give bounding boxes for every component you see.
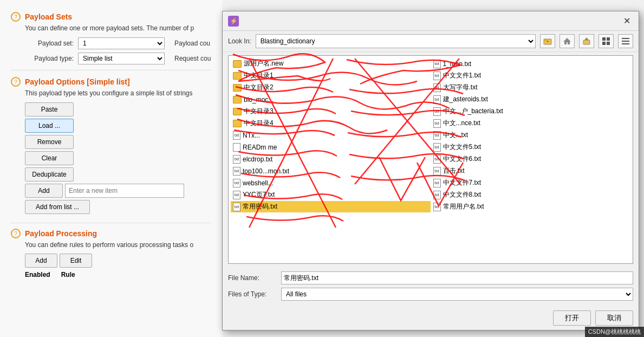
file-icon: txt [433, 131, 441, 140]
paste-button[interactable]: Paste [25, 102, 74, 116]
file-icon: txt [433, 83, 441, 92]
payload-set-row: Payload set: 1 Payload cou [25, 37, 211, 49]
file-icon: txt [433, 203, 441, 211]
list-item[interactable]: txt 中文文件5.txt [431, 141, 631, 153]
remove-button[interactable]: Remove [25, 135, 74, 149]
look-in-select[interactable]: Blasting_dictionary [256, 34, 536, 48]
ok-button[interactable]: 打开 [553, 310, 591, 326]
section1-number: ? [11, 12, 21, 22]
home-icon-btn[interactable] [560, 34, 575, 48]
file-icon: txt [433, 60, 441, 68]
list-item[interactable]: txt 中文文件6.txt [431, 153, 631, 165]
list-item[interactable]: 中文目录1 [231, 70, 431, 81]
dialog-title-left: ⚡ [228, 16, 239, 27]
folder-icon [233, 72, 242, 80]
dialog-close-button[interactable]: ✕ [620, 15, 633, 28]
load-button[interactable]: Load ... [25, 119, 74, 133]
dialog-titlebar: ⚡ ✕ [223, 11, 639, 31]
new-folder-icon-btn[interactable]: + [540, 34, 555, 48]
proc-buttons: Add Edit [25, 254, 211, 268]
file-icon: txt [233, 203, 240, 211]
payload-type-row: Payload type: Simple list Request cou [25, 53, 211, 64]
files-of-type-select[interactable]: All files [281, 288, 633, 301]
grid-view-icon-btn[interactable] [599, 34, 614, 48]
svg-rect-11 [622, 41, 629, 42]
list-item[interactable]: bio_moc... [231, 94, 431, 105]
payload-buttons: Paste Load ... Remove Clear Deduplicate [25, 102, 211, 182]
list-item[interactable]: txt YYC页7.txt [231, 189, 431, 200]
payload-sets-header: ? Payload Sets [11, 12, 211, 22]
svg-rect-9 [607, 42, 610, 45]
list-view-icon-btn[interactable] [618, 34, 633, 48]
payload-set-select[interactable]: 1 [78, 37, 165, 49]
list-item[interactable]: txt NTx... [231, 129, 431, 141]
list-item[interactable]: txt 常用用户名.txt [431, 201, 631, 212]
proc-edit-button[interactable]: Edit [60, 254, 92, 268]
cancel-button[interactable]: 取消 [595, 310, 633, 326]
list-item[interactable]: txt top100...mon.txt [231, 165, 431, 177]
list-item[interactable]: txt webshell... [231, 177, 431, 189]
folder-icon [233, 84, 242, 92]
clear-button[interactable]: Clear [25, 151, 74, 165]
file-icon: txt [233, 155, 240, 164]
list-item[interactable]: txt 中文...户_bacteria.txt [431, 106, 631, 117]
section2-number: ? [11, 77, 21, 87]
file-icon: txt [433, 191, 441, 199]
file-icon: txt [433, 95, 441, 104]
payload-set-label: Payload set: [25, 40, 74, 47]
list-item[interactable]: 中文目录3 [231, 106, 431, 117]
files-of-type-row: Files of Type: All files [228, 288, 633, 301]
section3-desc: You can define rules to perform various … [25, 241, 211, 250]
file-icon: txt [233, 191, 240, 199]
payload-count-label: Payload cou [174, 40, 210, 47]
list-item[interactable]: txt 百击.txt [431, 165, 631, 177]
file-dialog: ⚡ ✕ Look In: Blasting_dictionary + 源用 [222, 11, 639, 330]
add-button[interactable]: Add [25, 184, 63, 198]
list-item[interactable]: 中文目录4 [231, 118, 431, 129]
list-item[interactable]: txt 中文文件1.txt [431, 70, 631, 81]
folder-icon [233, 96, 242, 103]
file-icon: txt [433, 179, 441, 187]
file-icon: txt [233, 179, 240, 187]
dialog-toolbar: Look In: Blasting_dictionary + [223, 31, 639, 52]
add-from-list-button[interactable]: Add from list ... [25, 200, 90, 214]
payload-processing-header: ? Payload Processing [11, 229, 211, 238]
background-panel: ? Payload Sets You can define one or mor… [0, 0, 222, 337]
list-item[interactable]: txt elcdrop.txt [231, 153, 431, 165]
list-item-selected[interactable]: txt 常用密码.txt [231, 201, 431, 212]
payload-type-select[interactable]: Simple list [78, 53, 165, 64]
file-icon: txt [433, 119, 441, 128]
file-icon: txt [233, 131, 240, 140]
dialog-footer: File Name: Files of Type: All files [223, 267, 639, 308]
svg-marker-3 [563, 38, 571, 44]
section1-title: Payload Sets [25, 12, 72, 21]
list-item[interactable]: READm me [231, 141, 431, 153]
list-item[interactable]: txt 中文文件7.txt [431, 177, 631, 189]
file-icon: txt [233, 167, 240, 176]
svg-text:+: + [547, 39, 549, 44]
list-item[interactable]: txt 中文文件8.txt [431, 189, 631, 200]
payload-options-header: ? Payload Options [Simple list] [11, 77, 211, 87]
section2-desc: This payload type lets you configure a s… [25, 89, 211, 98]
list-item[interactable]: txt 中文...nce.txt [431, 118, 631, 129]
add-row: Add [25, 184, 211, 198]
file-icon: txt [433, 155, 441, 164]
section3-number: ? [11, 229, 21, 238]
list-item[interactable]: txt 中文...txt [431, 129, 631, 141]
list-item[interactable]: txt 大写字母.txt [431, 82, 631, 93]
file-name-input[interactable] [281, 271, 633, 284]
file-list: 源用户名.new txt 1_mon.txt 中文目录1 txt 中文文件1.t… [228, 55, 633, 264]
list-item[interactable]: txt 建_asteroids.txt [431, 94, 631, 105]
file-name-row: File Name: [228, 271, 633, 284]
add-item-input[interactable] [65, 184, 184, 198]
deduplicate-button[interactable]: Deduplicate [25, 167, 74, 182]
list-item[interactable]: txt 1_mon.txt [431, 58, 631, 69]
dialog-body: 源用户名.new txt 1_mon.txt 中文目录1 txt 中文文件1.t… [223, 52, 639, 267]
file-name-label: File Name: [228, 274, 277, 282]
payload-type-label: Payload type: [25, 55, 74, 62]
section3-title: Payload Processing [25, 229, 97, 238]
list-item[interactable]: 源用户名.new [231, 58, 431, 69]
list-item[interactable]: 中文目录2 [231, 82, 431, 93]
proc-add-button[interactable]: Add [25, 254, 57, 268]
up-folder-icon-btn[interactable] [579, 34, 594, 48]
